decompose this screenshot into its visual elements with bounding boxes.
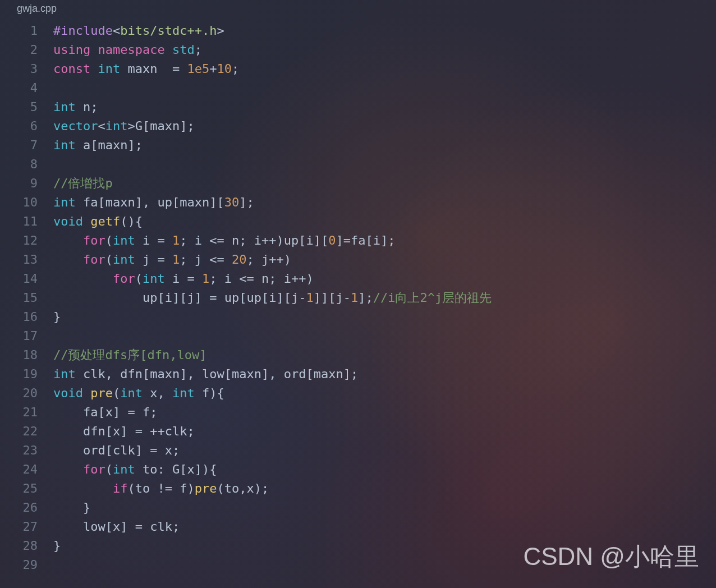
code-content[interactable]: const int maxn = 1e5+10; <box>53 59 239 79</box>
code-content[interactable]: for(int i = 1; i <= n; i++)up[i][0]=fa[i… <box>53 231 395 250</box>
line-number: 5 <box>0 98 53 117</box>
line-number: 19 <box>0 365 53 384</box>
tab-bar: gwja.cpp <box>0 0 716 17</box>
line-number: 13 <box>0 250 53 269</box>
line-number: 25 <box>0 479 53 498</box>
line-number: 1 <box>0 21 53 40</box>
tab-file[interactable]: gwja.cpp <box>17 3 57 15</box>
code-content[interactable]: //预处理dfs序[dfn,low] <box>53 346 206 365</box>
code-line[interactable]: 19int clk, dfn[maxn], low[maxn], ord[max… <box>0 365 716 384</box>
code-line[interactable]: 24 for(int to: G[x]){ <box>0 460 716 479</box>
code-line[interactable]: 12 for(int i = 1; i <= n; i++)up[i][0]=f… <box>0 231 716 250</box>
code-content[interactable]: for(int i = 1; i <= n; i++) <box>53 269 314 288</box>
line-number: 21 <box>0 403 53 422</box>
code-line[interactable]: 23 ord[clk] = x; <box>0 441 716 460</box>
line-number: 27 <box>0 517 53 536</box>
line-number: 17 <box>0 327 53 346</box>
code-line[interactable]: 29 <box>0 555 716 575</box>
line-number: 6 <box>0 117 53 136</box>
code-line[interactable]: 10int fa[maxn], up[maxn][30]; <box>0 193 716 212</box>
code-line[interactable]: 6vector<int>G[maxn]; <box>0 117 716 136</box>
line-number: 26 <box>0 498 53 517</box>
code-content[interactable]: int fa[maxn], up[maxn][30]; <box>53 193 254 212</box>
code-content[interactable]: } <box>53 498 90 517</box>
code-line[interactable]: 16} <box>0 307 716 327</box>
line-number: 28 <box>0 536 53 555</box>
code-content[interactable]: } <box>53 307 61 327</box>
code-line[interactable]: 17 <box>0 327 716 346</box>
line-number: 2 <box>0 40 53 59</box>
code-line[interactable]: 20void pre(int x, int f){ <box>0 384 716 403</box>
code-content[interactable]: for(int to: G[x]){ <box>53 460 217 479</box>
code-content[interactable]: if(to != f)pre(to,x); <box>53 479 269 498</box>
line-number: 10 <box>0 193 53 212</box>
code-content[interactable]: dfn[x] = ++clk; <box>53 422 195 441</box>
code-line[interactable]: 2using namespace std; <box>0 40 716 59</box>
line-number: 22 <box>0 422 53 441</box>
code-content[interactable]: int a[maxn]; <box>53 136 143 155</box>
code-line[interactable]: 22 dfn[x] = ++clk; <box>0 422 716 441</box>
code-content[interactable]: low[x] = clk; <box>53 517 180 536</box>
line-number: 24 <box>0 460 53 479</box>
code-line[interactable]: 28} <box>0 536 716 555</box>
line-number: 29 <box>0 555 53 575</box>
code-line[interactable]: 11void getf(){ <box>0 212 716 231</box>
line-number: 15 <box>0 288 53 307</box>
code-line[interactable]: 3const int maxn = 1e5+10; <box>0 59 716 79</box>
line-number: 11 <box>0 212 53 231</box>
code-content[interactable]: //倍增找p <box>53 174 113 193</box>
code-content[interactable]: void getf(){ <box>53 212 143 231</box>
code-content[interactable]: ord[clk] = x; <box>53 441 180 460</box>
code-content[interactable]: } <box>53 536 61 555</box>
line-number: 7 <box>0 136 53 155</box>
line-number: 8 <box>0 155 53 174</box>
code-content[interactable]: fa[x] = f; <box>53 403 157 422</box>
code-line[interactable]: 25 if(to != f)pre(to,x); <box>0 479 716 498</box>
code-line[interactable]: 13 for(int j = 1; j <= 20; j++) <box>0 250 716 269</box>
code-line[interactable]: 1#include<bits/stdc++.h> <box>0 21 716 40</box>
line-number: 20 <box>0 384 53 403</box>
code-content[interactable]: int clk, dfn[maxn], low[maxn], ord[maxn]… <box>53 365 358 384</box>
code-line[interactable]: 5int n; <box>0 98 716 117</box>
code-content[interactable]: void pre(int x, int f){ <box>53 384 224 403</box>
code-editor[interactable]: 1#include<bits/stdc++.h>2using namespace… <box>0 17 716 575</box>
code-line[interactable]: 27 low[x] = clk; <box>0 517 716 536</box>
line-number: 4 <box>0 79 53 98</box>
code-content[interactable]: using namespace std; <box>53 40 202 59</box>
code-line[interactable]: 9//倍增找p <box>0 174 716 193</box>
code-line[interactable]: 18//预处理dfs序[dfn,low] <box>0 346 716 365</box>
line-number: 18 <box>0 346 53 365</box>
code-line[interactable]: 26 } <box>0 498 716 517</box>
code-content[interactable]: vector<int>G[maxn]; <box>53 117 195 136</box>
line-number: 3 <box>0 59 53 79</box>
code-line[interactable]: 8 <box>0 155 716 174</box>
line-number: 16 <box>0 307 53 327</box>
code-content[interactable]: #include<bits/stdc++.h> <box>53 21 224 40</box>
code-line[interactable]: 15 up[i][j] = up[up[i][j-1]][j-1];//i向上2… <box>0 288 716 307</box>
code-content[interactable]: up[i][j] = up[up[i][j-1]][j-1];//i向上2^j层… <box>53 288 492 307</box>
line-number: 9 <box>0 174 53 193</box>
code-line[interactable]: 14 for(int i = 1; i <= n; i++) <box>0 269 716 288</box>
code-line[interactable]: 21 fa[x] = f; <box>0 403 716 422</box>
code-line[interactable]: 4 <box>0 79 716 98</box>
line-number: 23 <box>0 441 53 460</box>
code-content[interactable]: int n; <box>53 98 98 117</box>
code-line[interactable]: 7int a[maxn]; <box>0 136 716 155</box>
line-number: 12 <box>0 231 53 250</box>
line-number: 14 <box>0 269 53 288</box>
code-content[interactable]: for(int j = 1; j <= 20; j++) <box>53 250 291 269</box>
